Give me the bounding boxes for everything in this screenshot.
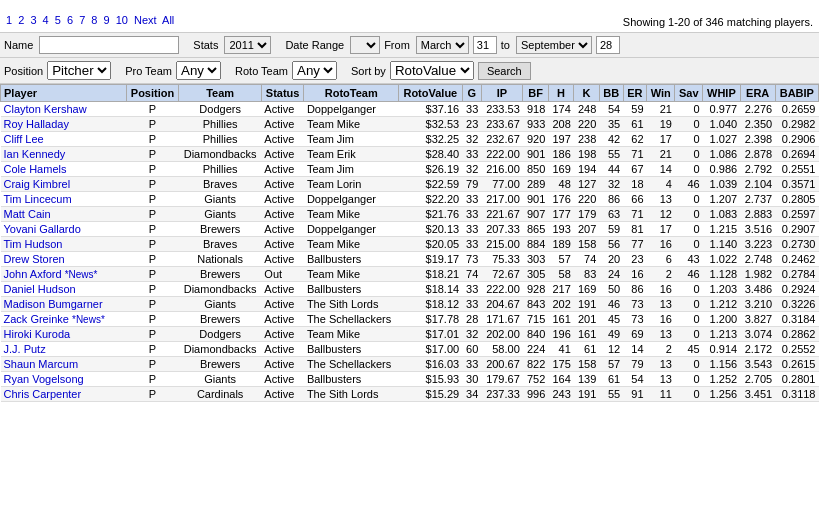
- whip-cell: 1.215: [703, 222, 740, 237]
- player-link[interactable]: Zack Greinke: [4, 313, 69, 325]
- from-label: From: [384, 39, 410, 51]
- roto-team-cell: The Schellackers: [304, 312, 399, 327]
- babip-cell: 0.3118: [775, 387, 818, 402]
- player-link[interactable]: Madison Bumgarner: [4, 298, 103, 310]
- player-link[interactable]: John Axford: [4, 268, 62, 280]
- page-2[interactable]: 2: [18, 14, 24, 26]
- page-all[interactable]: All: [162, 14, 174, 26]
- roto-value-cell: $26.19: [399, 162, 463, 177]
- date-range-label: Date Range: [285, 39, 344, 51]
- era-cell: 3.074: [740, 327, 775, 342]
- era-cell: 3.210: [740, 297, 775, 312]
- page-7[interactable]: 7: [79, 14, 85, 26]
- position-cell: P: [126, 312, 179, 327]
- win-cell: 6: [647, 252, 675, 267]
- babip-cell: 0.3184: [775, 312, 818, 327]
- page-6[interactable]: 6: [67, 14, 73, 26]
- win-cell: 12: [647, 207, 675, 222]
- player-link[interactable]: Ryan Vogelsong: [4, 373, 84, 385]
- player-link[interactable]: Chris Carpenter: [4, 388, 82, 400]
- roto-value-cell: $21.76: [399, 207, 463, 222]
- player-link[interactable]: Shaun Marcum: [4, 358, 79, 370]
- bb-cell: 55: [599, 387, 623, 402]
- bb-cell: 49: [599, 327, 623, 342]
- player-link[interactable]: Daniel Hudson: [4, 283, 76, 295]
- ip-cell: 204.67: [481, 297, 523, 312]
- bf-cell: 901: [523, 192, 549, 207]
- search-button[interactable]: Search: [478, 62, 531, 80]
- roto-team-cell: Ballbusters: [304, 252, 399, 267]
- col-k: K: [574, 85, 600, 102]
- page-5[interactable]: 5: [55, 14, 61, 26]
- to-month-select[interactable]: September: [516, 36, 592, 54]
- ip-cell: 222.00: [481, 147, 523, 162]
- sav-cell: 46: [675, 267, 703, 282]
- status-cell: Active: [261, 237, 304, 252]
- sav-cell: 0: [675, 147, 703, 162]
- er-cell: 77: [623, 237, 646, 252]
- roto-team-cell: The Sith Lords: [304, 297, 399, 312]
- whip-cell: 1.256: [703, 387, 740, 402]
- from-month-select[interactable]: March: [416, 36, 469, 54]
- position-select[interactable]: Pitcher: [47, 61, 111, 80]
- era-cell: 2.172: [740, 342, 775, 357]
- era-cell: 3.486: [740, 282, 775, 297]
- player-name-cell: Chris Carpenter: [1, 387, 127, 402]
- sort-by-select[interactable]: RotoValue: [390, 61, 474, 80]
- from-day-input[interactable]: [473, 36, 497, 54]
- status-cell: Active: [261, 327, 304, 342]
- player-link[interactable]: Ian Kennedy: [4, 148, 66, 160]
- player-link[interactable]: Cliff Lee: [4, 133, 44, 145]
- whip-cell: 1.039: [703, 177, 740, 192]
- team-cell: Diamondbacks: [179, 282, 261, 297]
- name-input[interactable]: [39, 36, 179, 54]
- roto-value-cell: $17.01: [399, 327, 463, 342]
- h-cell: 243: [548, 387, 574, 402]
- player-link[interactable]: Hiroki Kuroda: [4, 328, 71, 340]
- player-link[interactable]: Tim Lincecum: [4, 193, 72, 205]
- player-link[interactable]: Tim Hudson: [4, 238, 63, 250]
- player-link[interactable]: Matt Cain: [4, 208, 51, 220]
- page-9[interactable]: 9: [104, 14, 110, 26]
- g-cell: 33: [462, 282, 481, 297]
- to-day-input[interactable]: [596, 36, 620, 54]
- ip-cell: 217.00: [481, 192, 523, 207]
- player-name-cell: Roy Halladay: [1, 117, 127, 132]
- page-10[interactable]: 10: [116, 14, 128, 26]
- stats-select[interactable]: 2011: [224, 36, 271, 54]
- news-link[interactable]: *News*: [72, 314, 105, 325]
- h-cell: 193: [548, 222, 574, 237]
- sav-cell: 0: [675, 237, 703, 252]
- roto-team-cell: Ballbusters: [304, 372, 399, 387]
- status-cell: Active: [261, 162, 304, 177]
- page-1[interactable]: 1: [6, 14, 12, 26]
- player-link[interactable]: Roy Halladay: [4, 118, 69, 130]
- ip-cell: 215.00: [481, 237, 523, 252]
- player-link[interactable]: J.J. Putz: [4, 343, 46, 355]
- player-link[interactable]: Craig Kimbrel: [4, 178, 71, 190]
- player-link[interactable]: Cole Hamels: [4, 163, 67, 175]
- babip-cell: 0.3571: [775, 177, 818, 192]
- player-link[interactable]: Yovani Gallardo: [4, 223, 81, 235]
- table-row: Drew StorenPNationalsActiveBallbusters$1…: [1, 252, 819, 267]
- whip-cell: 1.027: [703, 132, 740, 147]
- position-cell: P: [126, 327, 179, 342]
- h-cell: 176: [548, 192, 574, 207]
- status-cell: Active: [261, 132, 304, 147]
- k-cell: 248: [574, 102, 600, 117]
- roto-value-cell: $17.78: [399, 312, 463, 327]
- page-8[interactable]: 8: [91, 14, 97, 26]
- page-3[interactable]: 3: [30, 14, 36, 26]
- player-link[interactable]: Drew Storen: [4, 253, 65, 265]
- er-cell: 69: [623, 327, 646, 342]
- page-4[interactable]: 4: [43, 14, 49, 26]
- player-link[interactable]: Clayton Kershaw: [4, 103, 87, 115]
- pro-team-select[interactable]: Any: [176, 61, 221, 80]
- col-roto-team: RotoTeam: [304, 85, 399, 102]
- win-cell: 19: [647, 117, 675, 132]
- news-link[interactable]: *News*: [65, 269, 98, 280]
- page-next[interactable]: Next: [134, 14, 157, 26]
- roto-team-select[interactable]: Any: [292, 61, 337, 80]
- date-range-select[interactable]: [350, 36, 380, 54]
- bb-cell: 45: [599, 312, 623, 327]
